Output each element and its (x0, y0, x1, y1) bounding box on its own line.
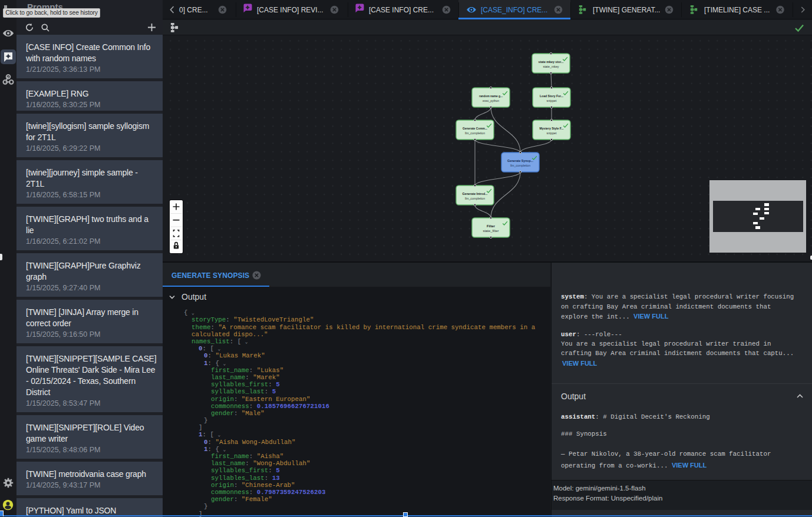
svg-text:llm_completion: llm_completion (465, 197, 485, 200)
svg-text:[TIMELINE] CASE ...: [TIMELINE] CASE ... (704, 6, 770, 14)
svg-text:Generate Synop...: Generate Synop... (507, 158, 533, 163)
svg-text:random name g...: random name g... (479, 94, 503, 98)
svg-text:0] CRE...: 0] CRE... (179, 6, 208, 14)
svg-text:Mystery Style F...: Mystery Style F... (540, 126, 564, 130)
svg-text:snippet: snippet (547, 131, 557, 135)
svg-text:snippet: snippet (547, 99, 557, 102)
svg-text:llm_completion: llm_completion (465, 131, 485, 135)
svg-text:[CASE_INFO] CRE...: [CASE_INFO] CRE... (481, 6, 547, 14)
svg-text:state_mkey: state_mkey (543, 65, 559, 68)
svg-text:state_filter: state_filter (483, 229, 499, 233)
svg-text:Filter: Filter (487, 224, 496, 228)
svg-text:Load Story For...: Load Story For... (540, 94, 563, 98)
svg-text:llm_completion: llm_completion (510, 164, 530, 167)
svg-text:Generate Comm...: Generate Comm... (463, 126, 487, 130)
svg-text:state mkey stor...: state mkey stor... (539, 59, 564, 64)
svg-text:[CASE INFO] CRE...: [CASE INFO] CRE... (369, 6, 434, 14)
svg-text:[CASE INFO] REVI...: [CASE INFO] REVI... (257, 6, 324, 14)
svg-text:Generate Introd...: Generate Introd... (463, 191, 488, 195)
svg-text:[TWINE] GENERAT...: [TWINE] GENERAT... (593, 6, 660, 14)
svg-text:exec_python: exec_python (483, 99, 499, 102)
